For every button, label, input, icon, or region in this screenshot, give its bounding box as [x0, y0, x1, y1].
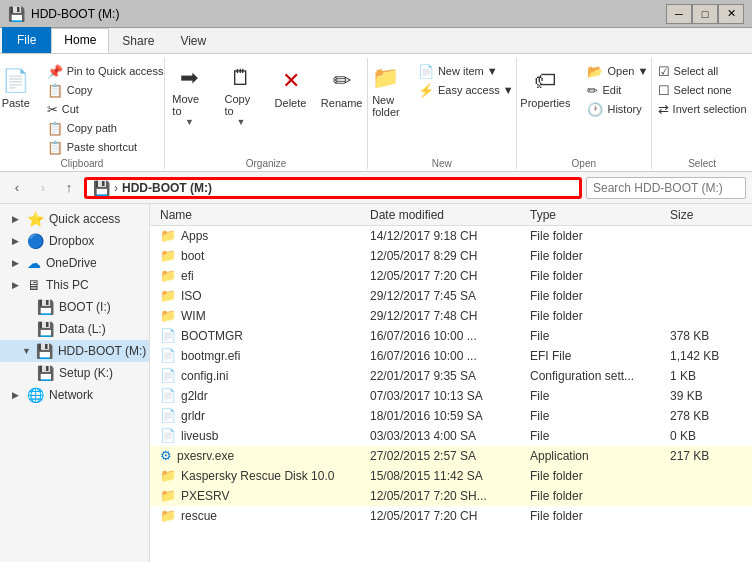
search-input[interactable] [586, 177, 746, 199]
file-type: File folder [526, 309, 666, 323]
sidebar-item-network[interactable]: ▶ 🌐 Network [0, 384, 149, 406]
table-row[interactable]: 📁boot 12/05/2017 8:29 CH File folder [150, 246, 752, 266]
file-name: grldr [181, 409, 205, 423]
tab-share[interactable]: Share [109, 29, 167, 53]
copy-to-button[interactable]: 🗒 Copy to ▼ [217, 60, 264, 132]
table-row[interactable]: 📁Apps 14/12/2017 9:18 CH File folder [150, 226, 752, 246]
invert-icon: ⇄ [658, 102, 669, 117]
sidebar-item-data-l[interactable]: 💾 Data (L:) [0, 318, 149, 340]
maximize-button[interactable]: □ [692, 4, 718, 24]
file-name-cell: 📁WIM [156, 308, 366, 323]
sidebar-item-setup-k[interactable]: 💾 Setup (K:) [0, 362, 149, 384]
select-all-button[interactable]: ☑ Select all [652, 62, 752, 80]
select-none-button[interactable]: ☐ Select none [652, 81, 752, 99]
cut-label: Cut [62, 103, 79, 115]
up-button[interactable]: ↑ [58, 177, 80, 199]
cut-button[interactable]: ✂ Cut [41, 100, 170, 118]
ribbon-group-clipboard: 📄 Paste 📌 Pin to Quick access 📋 Copy ✂ C… [0, 58, 165, 169]
rename-button[interactable]: ✏ Rename [317, 60, 367, 116]
table-row[interactable]: 📄liveusb 03/03/2013 4:00 SA File 0 KB [150, 426, 752, 446]
table-row[interactable]: 📄config.ini 22/01/2017 9:35 SA Configura… [150, 366, 752, 386]
easy-access-button[interactable]: ⚡ Easy access ▼ [412, 81, 520, 99]
onedrive-expand: ▶ [12, 258, 22, 268]
edit-button[interactable]: ✏ Edit [581, 81, 654, 99]
file-type: File folder [526, 289, 666, 303]
col-header-type[interactable]: Type [526, 208, 666, 222]
back-button[interactable]: ‹ [6, 177, 28, 199]
delete-label: Delete [275, 97, 307, 109]
table-row[interactable]: 📁Kaspersky Rescue Disk 10.0 15/08/2015 1… [150, 466, 752, 486]
tab-home[interactable]: Home [51, 28, 109, 53]
file-date: 12/05/2017 7:20 CH [366, 509, 526, 523]
file-date: 29/12/2017 7:45 SA [366, 289, 526, 303]
sidebar-item-onedrive[interactable]: ▶ ☁ OneDrive [0, 252, 149, 274]
ribbon-group-new: 📁 Newfolder 📄 New item ▼ ⚡ Easy access ▼… [368, 58, 516, 169]
file-name: efi [181, 269, 194, 283]
col-header-size[interactable]: Size [666, 208, 746, 222]
table-row[interactable]: 📁PXESRV 12/05/2017 7:20 SH... File folde… [150, 486, 752, 506]
file-type: File [526, 329, 666, 343]
col-header-name[interactable]: Name [156, 208, 366, 222]
tab-view[interactable]: View [167, 29, 219, 53]
sidebar-item-dropbox[interactable]: ▶ 🔵 Dropbox [0, 230, 149, 252]
file-name: bootmgr.efi [181, 349, 240, 363]
file-list: Name Date modified Type Size 📁Apps 14/12… [150, 204, 752, 562]
new-item-icon: 📄 [418, 64, 434, 79]
table-row[interactable]: 📄BOOTMGR 16/07/2016 10:00 ... File 378 K… [150, 326, 752, 346]
tab-file[interactable]: File [2, 27, 51, 53]
invert-selection-button[interactable]: ⇄ Invert selection [652, 100, 752, 118]
dropbox-expand: ▶ [12, 236, 22, 246]
file-size: 39 KB [666, 389, 746, 403]
table-row[interactable]: ⚙pxesrv.exe 27/02/2015 2:57 SA Applicati… [150, 446, 752, 466]
table-row[interactable]: 📄g2ldr 07/03/2017 10:13 SA File 39 KB [150, 386, 752, 406]
table-row[interactable]: 📄grldr 18/01/2016 10:59 SA File 278 KB [150, 406, 752, 426]
file-name: liveusb [181, 429, 218, 443]
delete-button[interactable]: ✕ Delete [269, 60, 313, 116]
properties-button[interactable]: 🏷 Properties [513, 60, 577, 116]
copy-button[interactable]: 📋 Copy [41, 81, 170, 99]
file-date: 15/08/2015 11:42 SA [366, 469, 526, 483]
new-folder-button[interactable]: 📁 Newfolder [364, 60, 408, 123]
pin-to-quick-access-button[interactable]: 📌 Pin to Quick access [41, 62, 170, 80]
this-pc-expand: ▶ [12, 280, 22, 290]
file-icon: 📄 [160, 348, 176, 363]
sidebar-item-quick-access[interactable]: ▶ ⭐ Quick access [0, 208, 149, 230]
new-item-button[interactable]: 📄 New item ▼ [412, 62, 520, 80]
open-button[interactable]: 📂 Open ▼ [581, 62, 654, 80]
rename-label: Rename [321, 97, 363, 109]
folder-icon: 📁 [160, 248, 176, 263]
edit-label: Edit [602, 84, 621, 96]
sidebar-item-hdd-boot-m[interactable]: ▼ 💾 HDD-BOOT (M:) [0, 340, 149, 362]
history-button[interactable]: 🕐 History [581, 100, 654, 118]
table-row[interactable]: 📁rescue 12/05/2017 7:20 CH File folder [150, 506, 752, 526]
forward-button[interactable]: › [32, 177, 54, 199]
file-icon: 📄 [160, 388, 176, 403]
paste-shortcut-button[interactable]: 📋 Paste shortcut [41, 138, 170, 156]
paste-button[interactable]: 📄 Paste [0, 60, 37, 116]
move-to-button[interactable]: ➡ Move to ▼ [165, 60, 213, 132]
file-type: File [526, 409, 666, 423]
onedrive-label: OneDrive [46, 256, 97, 270]
sidebar-item-this-pc[interactable]: ▶ 🖥 This PC [0, 274, 149, 296]
copy-path-button[interactable]: 📋 Copy path [41, 119, 170, 137]
minimize-button[interactable]: ─ [666, 4, 692, 24]
properties-label: Properties [520, 97, 570, 109]
table-row[interactable]: 📁WIM 29/12/2017 7:48 CH File folder [150, 306, 752, 326]
table-row[interactable]: 📁efi 12/05/2017 7:20 CH File folder [150, 266, 752, 286]
col-header-date[interactable]: Date modified [366, 208, 526, 222]
address-path[interactable]: 💾 › HDD-BOOT (M:) [84, 177, 582, 199]
file-name: config.ini [181, 369, 228, 383]
dropbox-label: Dropbox [49, 234, 94, 248]
close-button[interactable]: ✕ [718, 4, 744, 24]
properties-icon: 🏷 [534, 68, 556, 94]
sidebar-item-boot-i[interactable]: 💾 BOOT (I:) [0, 296, 149, 318]
file-name-cell: 📁PXESRV [156, 488, 366, 503]
file-type: File [526, 429, 666, 443]
copy-to-arrow: ▼ [237, 117, 246, 127]
table-row[interactable]: 📄bootmgr.efi 16/07/2016 10:00 ... EFI Fi… [150, 346, 752, 366]
table-row[interactable]: 📁ISO 29/12/2017 7:45 SA File folder [150, 286, 752, 306]
data-l-label: Data (L:) [59, 322, 106, 336]
file-name-cell: 📁Apps [156, 228, 366, 243]
file-icon: 📄 [160, 408, 176, 423]
file-type: Application [526, 449, 666, 463]
